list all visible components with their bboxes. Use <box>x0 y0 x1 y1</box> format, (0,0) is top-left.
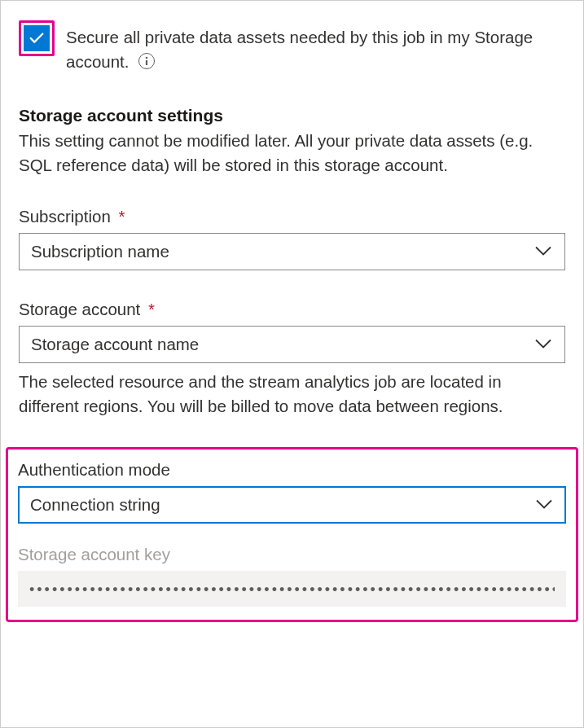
info-icon[interactable] <box>138 53 155 69</box>
secure-data-checkbox-row: Secure all private data assets needed by… <box>19 20 565 73</box>
auth-mode-label: Authentication mode <box>18 460 566 480</box>
svg-point-0 <box>146 57 148 59</box>
section-description: This setting cannot be modified later. A… <box>19 129 565 177</box>
authentication-highlight-box: Authentication mode Connection string St… <box>6 447 578 622</box>
checkbox-highlight <box>19 20 55 56</box>
storage-account-field: Storage account * Storage account name T… <box>19 300 565 418</box>
subscription-label-text: Subscription <box>19 207 111 226</box>
form-panel: Secure all private data assets needed by… <box>0 0 584 728</box>
subscription-label: Subscription * <box>19 207 565 226</box>
subscription-field: Subscription * Subscription name <box>19 207 565 270</box>
storage-key-label: Storage account key <box>18 545 566 564</box>
checkmark-icon <box>28 29 46 47</box>
required-asterisk: * <box>148 300 155 318</box>
required-asterisk: * <box>119 207 125 226</box>
auth-mode-select-wrap: Connection string <box>18 486 566 524</box>
storage-account-select[interactable]: Storage account name <box>19 326 565 363</box>
auth-mode-select[interactable]: Connection string <box>18 486 566 524</box>
storage-key-masked: ••••••••••••••••••••••••••••••••••••••••… <box>29 582 555 597</box>
checkbox-label-text: Secure all private data assets needed by… <box>66 28 533 71</box>
storage-account-label: Storage account * <box>19 300 565 319</box>
storage-account-label-text: Storage account <box>19 300 140 318</box>
subscription-select-wrap: Subscription name <box>19 233 565 270</box>
secure-data-checkbox[interactable] <box>24 25 50 51</box>
storage-account-helper: The selected resource and the stream ana… <box>19 370 565 418</box>
secure-data-checkbox-label: Secure all private data assets needed by… <box>66 20 565 73</box>
section-title: Storage account settings <box>19 106 565 125</box>
subscription-select[interactable]: Subscription name <box>19 233 565 270</box>
storage-key-input[interactable]: ••••••••••••••••••••••••••••••••••••••••… <box>18 571 566 607</box>
storage-account-select-wrap: Storage account name <box>19 326 565 363</box>
svg-rect-1 <box>146 60 147 65</box>
